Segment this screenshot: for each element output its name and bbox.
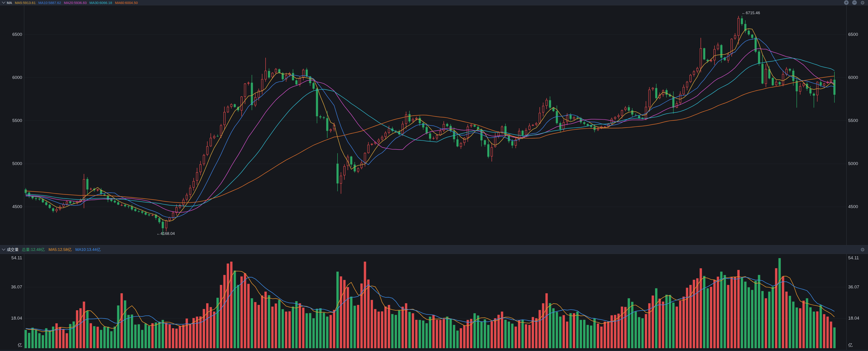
axis-tick-label: 18.04 xyxy=(0,316,22,321)
high-price-annotation: ←6715.46 xyxy=(742,11,760,15)
low-price-annotation: ←4168.04 xyxy=(157,231,175,236)
zoom-out-icon[interactable]: − xyxy=(852,0,857,5)
main-indicator-bar: MA MA5:5913.61 MA10:5887.62 MA20:5936.83… xyxy=(0,0,868,5)
volume-title[interactable]: 成交量 xyxy=(7,247,19,252)
chevron-down-icon[interactable] xyxy=(2,0,6,3)
axis-tick-label: 5500 xyxy=(848,118,867,123)
axis-tick-label: 亿 xyxy=(848,343,867,348)
ma10-legend-value: MA10:5887.62 xyxy=(38,1,61,5)
ma30-legend-value: MA30:6066.18 xyxy=(89,1,112,5)
chart-app: MA MA5:5913.61 MA10:5887.62 MA20:5936.83… xyxy=(0,0,868,351)
axis-tick-label: 5000 xyxy=(848,161,867,166)
axis-tick-label: 54.11 xyxy=(848,255,867,260)
axis-tick-label: 36.07 xyxy=(848,284,867,289)
volume-indicator-bar: 成交量 总量:12.48亿 MA5:12.58亿 MA10:13.44亿 ⚙ xyxy=(0,245,868,254)
volume-ma5-value: MA5:12.58亿 xyxy=(49,247,71,252)
axis-tick-label: 5000 xyxy=(0,161,22,166)
chevron-down-icon[interactable] xyxy=(2,247,6,251)
axis-tick-label: 18.04 xyxy=(848,316,867,321)
axis-tick-label: 6500 xyxy=(848,32,867,37)
axis-tick-label: 36.07 xyxy=(0,284,22,289)
axis-tick-label: 6500 xyxy=(0,32,22,37)
settings-gear-icon[interactable]: ⚙ xyxy=(860,0,865,5)
volume-chart-canvas[interactable] xyxy=(0,254,868,350)
axis-tick-label: 亿 xyxy=(0,343,22,348)
volume-ma10-value: MA10:13.44亿 xyxy=(75,247,101,252)
axis-tick-label: 5500 xyxy=(0,118,22,123)
axis-tick-label: 54.11 xyxy=(0,255,22,260)
time-axis-strip xyxy=(0,350,868,351)
axis-tick-label: 6000 xyxy=(848,75,867,80)
volume-total-value: 总量:12.48亿 xyxy=(22,247,45,252)
zoom-in-icon[interactable]: + xyxy=(844,0,849,5)
ma60-legend-value: MA60:6004.50 xyxy=(115,1,138,5)
axis-tick-label: 6000 xyxy=(0,75,22,80)
ma20-legend-value: MA20:5936.83 xyxy=(64,1,87,5)
ma5-legend-value: MA5:5913.61 xyxy=(15,1,36,5)
axis-tick-label: 4500 xyxy=(0,204,22,209)
main-chart-canvas[interactable] xyxy=(0,5,868,246)
axis-tick-label: 4500 xyxy=(848,204,867,209)
indicator-title[interactable]: MA xyxy=(7,1,12,5)
settings-gear-icon[interactable]: ⚙ xyxy=(860,247,865,252)
